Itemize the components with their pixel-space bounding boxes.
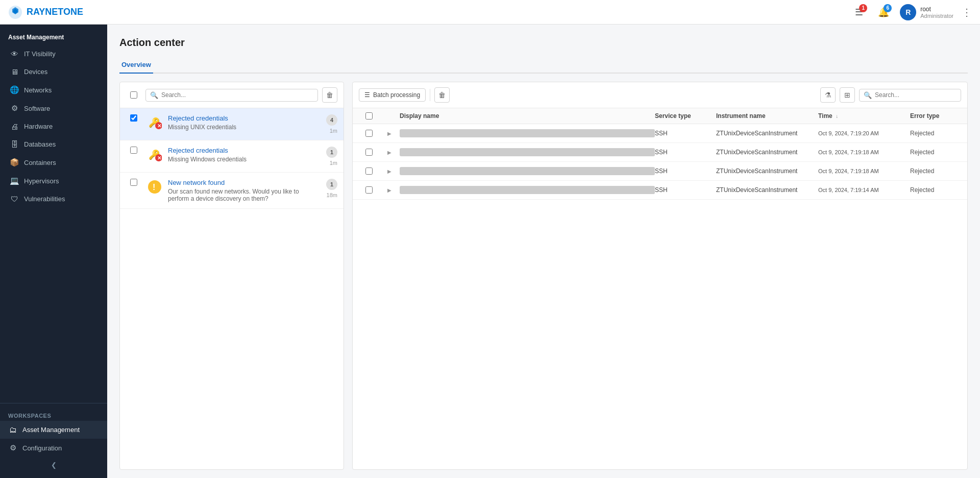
bell-icon-btn[interactable]: 🔔 6 — [875, 4, 892, 20]
alert-3-title: New network found — [168, 179, 321, 186]
sidebar-item-software[interactable]: ⚙ Software — [0, 99, 107, 117]
alert-item-3[interactable]: ! New network found Our scan found new n… — [120, 173, 344, 209]
batch-processing-label: Batch processing — [373, 91, 420, 99]
row-2-checkbox[interactable] — [365, 149, 373, 156]
sidebar-item-it-visibility[interactable]: 👁 IT Visibility — [0, 45, 107, 63]
sidebar-item-devices[interactable]: 🖥 Devices — [0, 63, 107, 81]
header-instrument-name[interactable]: Instrument name — [716, 112, 818, 119]
alert-2-meta: 1 1m — [326, 147, 337, 166]
alert-3-checkbox[interactable] — [130, 179, 137, 186]
warning-yellow-icon: ! — [148, 180, 162, 194]
row-1-expand-btn[interactable]: ▶ — [379, 131, 400, 136]
user-info: root Administrator — [920, 6, 953, 19]
tabs: Overview — [119, 57, 968, 74]
sidebar-item-label-it-visibility: IT Visibility — [24, 50, 56, 58]
row-3-service-type: SSH — [655, 168, 716, 175]
alert-item-1[interactable]: 🔑 ✕ Rejected credentials Missing UNIX cr… — [120, 108, 344, 140]
alert-item-2[interactable]: 🔑 ✕ Rejected credentials Missing Windows… — [120, 140, 344, 173]
sidebar-item-networks[interactable]: 🌐 Networks — [0, 81, 107, 99]
row-2-error-type: Rejected — [910, 149, 961, 156]
sidebar-workspace-configuration[interactable]: ⚙ Configuration — [0, 439, 107, 457]
left-delete-icon: 🗑 — [326, 91, 333, 99]
left-search-input[interactable] — [161, 91, 313, 99]
row-2-service-type: SSH — [655, 149, 716, 156]
row-1-checkbox-col — [359, 130, 379, 137]
row-1-checkbox[interactable] — [365, 130, 373, 137]
alert-1-count: 4 — [326, 114, 337, 126]
row-3-checkbox[interactable] — [365, 168, 373, 175]
columns-icon: ⊞ — [844, 91, 850, 99]
alert-1-desc: Missing UNIX credentials — [168, 124, 321, 131]
batch-lines-icon: ☰ — [364, 91, 370, 99]
user-menu[interactable]: R root Administrator — [900, 4, 953, 20]
table-row[interactable]: ▶ ██████████████████ SSH ZTUnixDeviceSca… — [353, 124, 967, 143]
batch-toolbar: ☰ Batch processing 🗑 ⚗ ⊞ 🔍 — [353, 82, 967, 108]
sidebar-item-databases[interactable]: 🗄 Databases — [0, 135, 107, 153]
batch-processing-button[interactable]: ☰ Batch processing — [359, 88, 426, 102]
alert-1-checkbox[interactable] — [130, 114, 137, 122]
alert-2-checkbox-col — [126, 147, 141, 154]
alert-3-count: 1 — [326, 179, 337, 190]
header-time[interactable]: Time ↓ — [818, 112, 910, 119]
right-search-input[interactable] — [875, 91, 957, 99]
row-2-expand-btn[interactable]: ▶ — [379, 150, 400, 155]
table-row[interactable]: ▶ ████████████████ SSH ZTUnixDeviceScanI… — [353, 143, 967, 162]
sidebar-workspace-asset-management[interactable]: 🗂 Asset Management — [0, 421, 107, 439]
containers-icon: 📦 — [10, 158, 19, 167]
row-2-instrument-name: ZTUnixDeviceScanInstrument — [716, 149, 818, 156]
key-red-icon-1: 🔑 ✕ — [148, 115, 162, 130]
networks-icon: 🌐 — [10, 85, 19, 94]
row-3-error-type: Rejected — [910, 168, 961, 175]
logo[interactable]: RAYNETONE — [8, 5, 83, 19]
alert-2-content: Rejected credentials Missing Windows cre… — [168, 147, 321, 163]
more-options-btn[interactable]: ⋮ — [962, 6, 972, 18]
row-1-display-name: ██████████████████ — [400, 129, 655, 137]
software-icon: ⚙ — [10, 104, 19, 113]
row-4-checkbox[interactable] — [365, 186, 373, 194]
header-time-label: Time — [818, 112, 832, 119]
table-header: Display name Service type Instrument nam… — [353, 108, 967, 124]
sidebar-item-label-databases: Databases — [24, 140, 56, 148]
header-service-type[interactable]: Service type — [655, 112, 716, 119]
sidebar-item-hardware[interactable]: 🖨 Hardware — [0, 117, 107, 135]
tab-overview[interactable]: Overview — [119, 57, 153, 74]
header-error-type[interactable]: Error type — [910, 112, 961, 119]
alert-2-checkbox[interactable] — [130, 147, 137, 154]
left-select-all-checkbox[interactable] — [130, 91, 137, 99]
filter-button[interactable]: ⚗ — [820, 87, 836, 103]
table-row[interactable]: ▶ ████████████████ SSH ZTUnixDeviceScanI… — [353, 181, 967, 200]
sidebar-item-label-devices: Devices — [24, 68, 47, 76]
main-layout: Asset Management 👁 IT Visibility 🖥 Devic… — [0, 25, 980, 478]
batch-divider — [430, 89, 430, 101]
columns-button[interactable]: ⊞ — [840, 87, 855, 103]
sidebar-item-hypervisors[interactable]: 💻 Hypervisors — [0, 172, 107, 190]
sidebar-item-containers[interactable]: 📦 Containers — [0, 153, 107, 172]
svg-text:!: ! — [153, 183, 155, 192]
alert-2-icon: 🔑 ✕ — [146, 147, 163, 163]
avatar: R — [900, 4, 916, 20]
left-delete-button[interactable]: 🗑 — [322, 87, 337, 103]
right-delete-icon: 🗑 — [438, 91, 446, 99]
sidebar-item-vulnerabilities[interactable]: 🛡 Vulnerabilities — [0, 190, 107, 208]
right-search-box[interactable]: 🔍 — [859, 89, 961, 102]
table-row[interactable]: ▶ ██████████████ SSH ZTUnixDeviceScanIns… — [353, 162, 967, 181]
vulnerabilities-icon: 🛡 — [10, 195, 19, 203]
row-3-time: Oct 9, 2024, 7:19:18 AM — [818, 168, 910, 174]
sidebar-collapse-button[interactable]: ❮ — [0, 457, 107, 473]
alert-3-icon: ! — [146, 179, 163, 195]
table-select-all-checkbox[interactable] — [365, 112, 373, 119]
right-delete-button[interactable]: 🗑 — [434, 87, 450, 103]
alert-1-meta: 4 1m — [326, 114, 337, 134]
row-4-expand-btn[interactable]: ▶ — [379, 187, 400, 193]
list-icon-btn[interactable]: ☰ 1 — [851, 4, 867, 20]
alert-2-count: 1 — [326, 147, 337, 158]
raynet-logo-icon — [8, 5, 22, 19]
alert-2-desc: Missing Windows credentials — [168, 156, 321, 163]
row-2-time: Oct 9, 2024, 7:19:18 AM — [818, 149, 910, 155]
alert-1-checkbox-col — [126, 114, 141, 122]
row-1-instrument-name: ZTUnixDeviceScanInstrument — [716, 130, 818, 137]
hardware-icon: 🖨 — [10, 122, 19, 131]
left-search-box[interactable]: 🔍 — [145, 89, 318, 102]
header-display-name[interactable]: Display name — [400, 112, 655, 119]
row-3-expand-btn[interactable]: ▶ — [379, 169, 400, 174]
